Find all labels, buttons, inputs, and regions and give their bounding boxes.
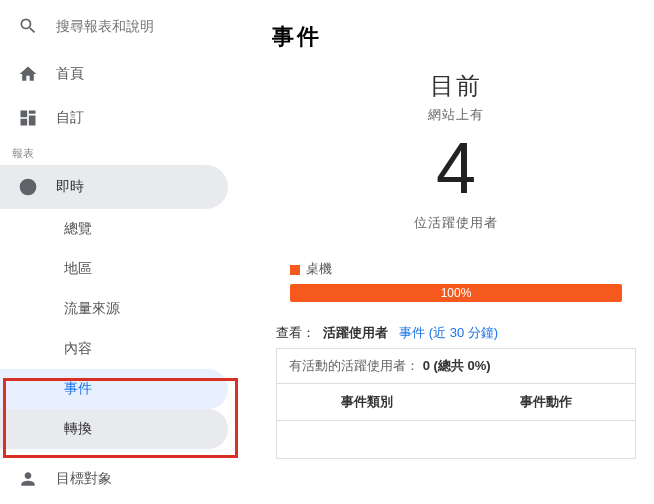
sub-locations[interactable]: 地區	[0, 249, 228, 289]
custom-icon	[18, 108, 38, 128]
main-panel: 事件 目前 網站上有 4 位活躍使用者 桌機 100% 查看： 活躍使用者 事件…	[258, 0, 654, 504]
view-label: 查看：	[276, 325, 315, 340]
rt-number: 4	[268, 132, 644, 204]
sub-events[interactable]: 事件	[0, 369, 228, 409]
search-input[interactable]	[56, 18, 240, 34]
view-active-tab[interactable]: 活躍使用者	[323, 325, 388, 340]
home-icon	[18, 64, 38, 84]
view-row: 查看： 活躍使用者 事件 (近 30 分鐘)	[276, 324, 636, 342]
legend-desktop-label: 桌機	[306, 261, 332, 276]
table-body	[276, 421, 636, 459]
rt-onsite-label: 網站上有	[268, 106, 644, 124]
sidebar: 首頁 自訂 報表 即時 總覽 地區 流量來源 內容 事件 轉換 目標對象	[0, 0, 258, 504]
person-icon	[18, 469, 38, 489]
section-label: 報表	[0, 140, 258, 165]
legend-color-swatch	[290, 265, 300, 275]
sub-overview[interactable]: 總覽	[0, 209, 228, 249]
info-bar: 有活動的活躍使用者： 0 (總共 0%)	[276, 348, 636, 384]
info-value: 0 (總共 0%)	[423, 358, 491, 373]
sub-content[interactable]: 內容	[0, 329, 228, 369]
sub-conversions[interactable]: 轉換	[0, 409, 228, 449]
col-action: 事件動作	[456, 384, 635, 420]
col-category: 事件類別	[277, 384, 456, 420]
nav-realtime[interactable]: 即時	[0, 165, 228, 209]
nav-custom-label: 自訂	[56, 109, 84, 127]
sub-traffic[interactable]: 流量來源	[0, 289, 228, 329]
info-prefix: 有活動的活躍使用者：	[289, 358, 419, 373]
nav-realtime-label: 即時	[56, 178, 84, 196]
rt-now-label: 目前	[268, 70, 644, 102]
search-icon	[18, 16, 38, 36]
view-events-link[interactable]: 事件 (近 30 分鐘)	[399, 325, 498, 340]
device-bar: 100%	[290, 284, 622, 302]
page-title: 事件	[268, 0, 644, 70]
nav-audience-label: 目標對象	[56, 470, 112, 488]
table-header: 事件類別 事件動作	[276, 384, 636, 421]
nav-custom[interactable]: 自訂	[0, 96, 228, 140]
clock-icon	[18, 177, 38, 197]
nav-home-label: 首頁	[56, 65, 84, 83]
realtime-box: 目前 網站上有 4 位活躍使用者	[268, 70, 644, 232]
search-row	[0, 0, 258, 52]
device-legend: 桌機	[290, 260, 622, 278]
nav-home[interactable]: 首頁	[0, 52, 228, 96]
rt-active-label: 位活躍使用者	[268, 214, 644, 232]
nav-audience[interactable]: 目標對象	[0, 457, 228, 501]
